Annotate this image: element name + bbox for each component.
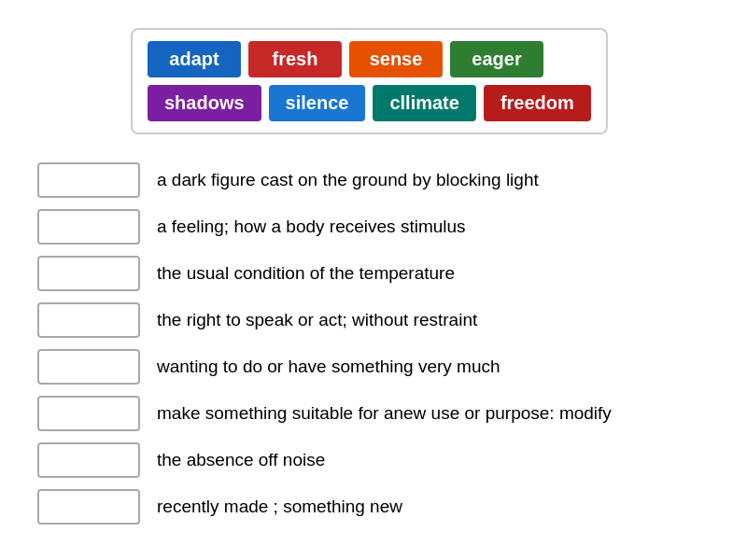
definition-row: wanting to do or have something very muc… — [37, 349, 728, 385]
definition-text: recently made ; something new — [157, 497, 402, 517]
word-bank-row-2: shadowssilencecllimatefreedom — [148, 85, 591, 121]
definition-text: a dark figure cast on the ground by bloc… — [157, 170, 539, 190]
answer-box-1[interactable] — [37, 162, 140, 198]
definition-row: make something suitable for anew use or … — [37, 396, 728, 431]
definition-row: the right to speak or act; without restr… — [37, 302, 728, 338]
definition-text: wanting to do or have something very muc… — [157, 357, 500, 377]
definition-list: a dark figure cast on the ground by bloc… — [19, 162, 728, 525]
word-chip-eager[interactable]: eager — [450, 41, 543, 77]
answer-box-8[interactable] — [37, 489, 140, 525]
definition-row: a feeling; how a body receives stimulus — [37, 209, 728, 245]
word-chip-fresh[interactable]: fresh — [248, 41, 342, 77]
definition-text: make something suitable for anew use or … — [157, 403, 612, 424]
definition-text: the absence off noise — [157, 450, 325, 470]
definition-text: the right to speak or act; without restr… — [157, 310, 477, 330]
definition-text: a feeling; how a body receives stimulus — [157, 217, 466, 237]
word-chip-sense[interactable]: sense — [349, 41, 443, 77]
word-bank: adaptfreshsenseeager shadowssilencecllim… — [131, 28, 608, 134]
word-chip-silence[interactable]: silence — [269, 85, 366, 121]
definition-row: the absence off noise — [37, 442, 728, 478]
answer-box-6[interactable] — [37, 396, 140, 431]
definition-row: the usual condition of the temperature — [37, 256, 728, 291]
word-chip-adapt[interactable]: adapt — [148, 41, 241, 77]
answer-box-3[interactable] — [37, 256, 140, 291]
answer-box-4[interactable] — [37, 302, 140, 338]
word-chip-shadows[interactable]: shadows — [148, 85, 261, 121]
answer-box-5[interactable] — [37, 349, 140, 385]
definition-row: a dark figure cast on the ground by bloc… — [37, 162, 728, 198]
answer-box-2[interactable] — [37, 209, 140, 245]
definition-text: the usual condition of the temperature — [157, 263, 455, 284]
definition-row: recently made ; something new — [37, 489, 728, 525]
word-chip-cllimate[interactable]: cllimate — [373, 85, 475, 121]
word-bank-row-1: adaptfreshsenseeager — [148, 41, 591, 77]
word-chip-freedom[interactable]: freedom — [484, 85, 591, 121]
answer-box-7[interactable] — [37, 442, 140, 478]
